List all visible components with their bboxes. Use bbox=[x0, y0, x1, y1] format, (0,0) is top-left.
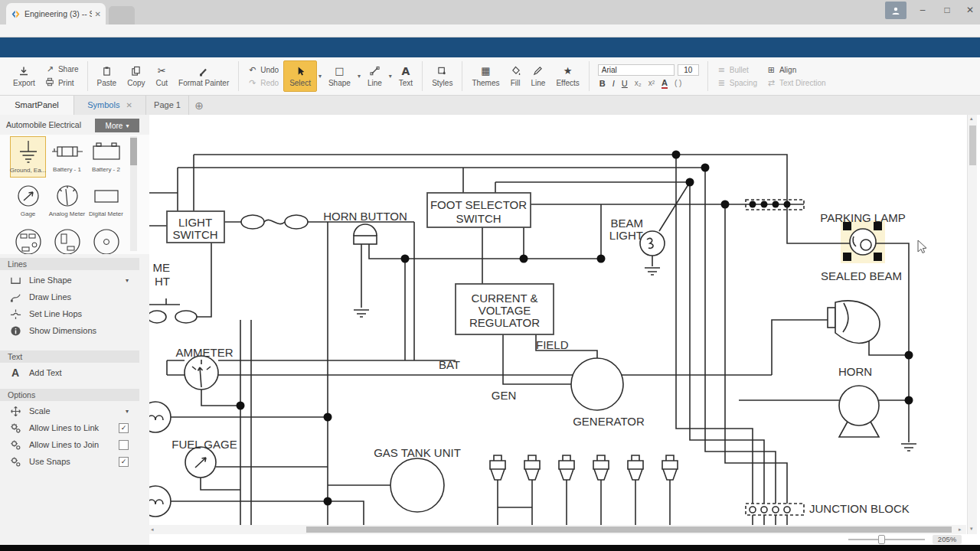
window-restore-button[interactable]: □ bbox=[936, 0, 959, 20]
wiring-diagram[interactable]: LIGHT SWITCH HORN BUTTON FOOT SELECTOR S… bbox=[149, 115, 966, 525]
tab-smartpanel[interactable]: SmartPanel bbox=[0, 96, 74, 115]
export-button[interactable]: Export bbox=[8, 59, 41, 93]
browser-tab[interactable]: Engineering (3) -- Smart ✕ bbox=[6, 3, 106, 24]
font-size-field[interactable]: 10 bbox=[678, 64, 699, 76]
text-tool-button[interactable]: A Text bbox=[394, 59, 418, 93]
symbol-distributor-2[interactable] bbox=[49, 225, 85, 254]
show-dimensions-item[interactable]: Show Dimensions bbox=[0, 323, 139, 338]
new-tab-button[interactable] bbox=[109, 6, 135, 24]
fill-button[interactable]: Fill bbox=[505, 59, 526, 93]
symbol-coil[interactable] bbox=[88, 225, 124, 254]
set-line-hops-item[interactable]: Set Line Hops bbox=[0, 306, 139, 321]
more-caret-icon: ▾ bbox=[126, 122, 129, 129]
symbol-battery-1[interactable]: Battery - 1 bbox=[49, 136, 85, 178]
window-close-button[interactable]: ✕ bbox=[959, 0, 980, 20]
add-page-icon[interactable]: ⊕ bbox=[193, 99, 205, 112]
undo-button[interactable]: ↶ Undo bbox=[247, 65, 279, 75]
font-color-button[interactable]: A bbox=[662, 78, 668, 89]
label-beam-1: BEAM bbox=[610, 217, 643, 230]
allow-lines-join-checkbox[interactable] bbox=[119, 440, 129, 450]
symbol-gage[interactable]: Gage bbox=[10, 181, 46, 222]
zoom-slider-track[interactable] bbox=[848, 539, 925, 540]
add-text-item[interactable]: A Add Text bbox=[0, 365, 139, 380]
allow-lines-link-item[interactable]: Allow Lines to Link ✓ bbox=[0, 420, 139, 435]
fuse-ellipse[interactable] bbox=[285, 215, 308, 229]
line-dropdown-caret[interactable]: ▾ bbox=[387, 73, 394, 80]
italic-button[interactable]: I bbox=[612, 79, 615, 88]
copy-button[interactable]: Copy bbox=[122, 59, 150, 93]
font-name-field[interactable]: Arial bbox=[598, 64, 675, 76]
symbol-ground[interactable]: Ground, Ea... bbox=[10, 136, 46, 178]
tab-symbols[interactable]: Symbols ✕ bbox=[74, 96, 146, 115]
symbol-battery-2[interactable]: Battery - 2 bbox=[88, 136, 124, 178]
scroll-up-icon[interactable]: ▴ bbox=[970, 116, 973, 122]
diagram-labels[interactable]: LIGHT SWITCH HORN BUTTON FOOT SELECTOR S… bbox=[153, 198, 910, 515]
coil-icon bbox=[90, 227, 123, 254]
text-direction-button[interactable]: ⇄ Text Direction bbox=[766, 78, 826, 88]
line-tool-button[interactable]: Line bbox=[362, 59, 387, 93]
gallery-scrollbar[interactable] bbox=[130, 136, 137, 251]
symbol-analog-meter[interactable]: Analog Meter bbox=[49, 181, 85, 222]
scroll-right-icon[interactable]: ▸ bbox=[959, 527, 962, 533]
use-snaps-item[interactable]: Use Snaps ✓ bbox=[0, 454, 139, 469]
tab-close-icon[interactable]: ✕ bbox=[95, 10, 101, 18]
subscript-button[interactable]: x₂ bbox=[635, 79, 642, 87]
shape-tool-button[interactable]: □ Shape bbox=[323, 59, 356, 93]
line-style-button[interactable]: Line bbox=[526, 59, 551, 93]
switch-ellipse[interactable] bbox=[149, 311, 166, 323]
effects-button[interactable]: ★ Effects bbox=[550, 59, 584, 93]
more-button[interactable]: More▾ bbox=[95, 119, 139, 132]
scroll-left-icon[interactable]: ◂ bbox=[151, 527, 154, 533]
vertical-scroll-thumb[interactable] bbox=[969, 126, 976, 165]
share-button[interactable]: ↗ Share bbox=[45, 64, 79, 74]
tab-page1[interactable]: Page 1 bbox=[146, 96, 189, 115]
select-tool-button[interactable]: Select bbox=[283, 60, 317, 92]
format-painter-button[interactable]: Format Painter bbox=[173, 59, 234, 93]
draw-lines-item[interactable]: Draw Lines bbox=[0, 289, 139, 305]
horizontal-scrollbar[interactable]: ◂ ▸ bbox=[149, 525, 966, 534]
label-gas-tank: GAS TANK UNIT bbox=[374, 446, 461, 459]
allow-lines-link-checkbox[interactable]: ✓ bbox=[119, 423, 129, 433]
label-foot-selector-2: SWITCH bbox=[456, 212, 501, 225]
drawing-canvas[interactable]: LIGHT SWITCH HORN BUTTON FOOT SELECTOR S… bbox=[149, 115, 966, 525]
superscript-button[interactable]: x² bbox=[648, 79, 655, 87]
label-ammeter: AMMETER bbox=[176, 346, 234, 359]
cut-button[interactable]: ✂ Cut bbox=[151, 59, 174, 93]
gallery-scroll-thumb[interactable] bbox=[130, 138, 137, 165]
label-regulator-2: VOLTAGE bbox=[479, 304, 531, 317]
use-snaps-checkbox[interactable]: ✓ bbox=[119, 457, 129, 467]
zoom-slider-thumb[interactable] bbox=[878, 535, 885, 544]
paste-button[interactable]: Paste bbox=[92, 59, 122, 93]
bold-button[interactable]: B bbox=[599, 79, 606, 88]
vertical-scrollbar[interactable]: ▴ ▾ bbox=[967, 115, 977, 534]
bullet-button[interactable]: ≡ Bullet bbox=[717, 65, 757, 75]
junction-block-terminals bbox=[750, 507, 790, 513]
spacing-button[interactable]: ≣ Spacing bbox=[717, 78, 757, 88]
align-button[interactable]: ⊞ Align bbox=[766, 65, 826, 75]
text-section-header: Text bbox=[0, 350, 139, 363]
styles-button[interactable]: Styles bbox=[426, 59, 458, 93]
align-icon: ⊞ bbox=[766, 65, 776, 75]
select-dropdown-caret[interactable]: ▾ bbox=[317, 73, 323, 80]
allow-lines-join-item[interactable]: Allow Lines to Join bbox=[0, 437, 139, 452]
print-button[interactable]: Print bbox=[45, 77, 79, 89]
window-minimize-button[interactable]: – bbox=[911, 0, 934, 20]
scroll-down-icon[interactable]: ▾ bbox=[970, 526, 973, 532]
line-shape-item[interactable]: Line Shape ▾ bbox=[0, 272, 139, 288]
tab-title: Engineering (3) -- Smart bbox=[24, 9, 92, 18]
horizontal-scroll-thumb[interactable] bbox=[306, 527, 952, 533]
switch-ellipse[interactable] bbox=[175, 311, 197, 323]
underline-button[interactable]: U bbox=[622, 79, 628, 88]
symbol-digital-meter[interactable]: Digital Meter bbox=[88, 181, 124, 222]
symbols-button[interactable]: ( ) bbox=[675, 79, 681, 87]
shape-dropdown-caret[interactable]: ▾ bbox=[356, 73, 362, 80]
fuse-ellipse[interactable] bbox=[241, 215, 264, 229]
battery2-icon bbox=[90, 138, 123, 165]
symbol-distributor-1[interactable] bbox=[10, 225, 46, 254]
scale-item[interactable]: Scale ▾ bbox=[0, 403, 139, 419]
line-shape-caret-icon: ▾ bbox=[126, 277, 129, 284]
redo-button[interactable]: ↷ Redo bbox=[247, 78, 279, 88]
themes-button[interactable]: ▦ Themes bbox=[466, 59, 505, 93]
symbols-close-icon[interactable]: ✕ bbox=[126, 96, 132, 115]
browser-profile-button[interactable] bbox=[885, 2, 906, 19]
